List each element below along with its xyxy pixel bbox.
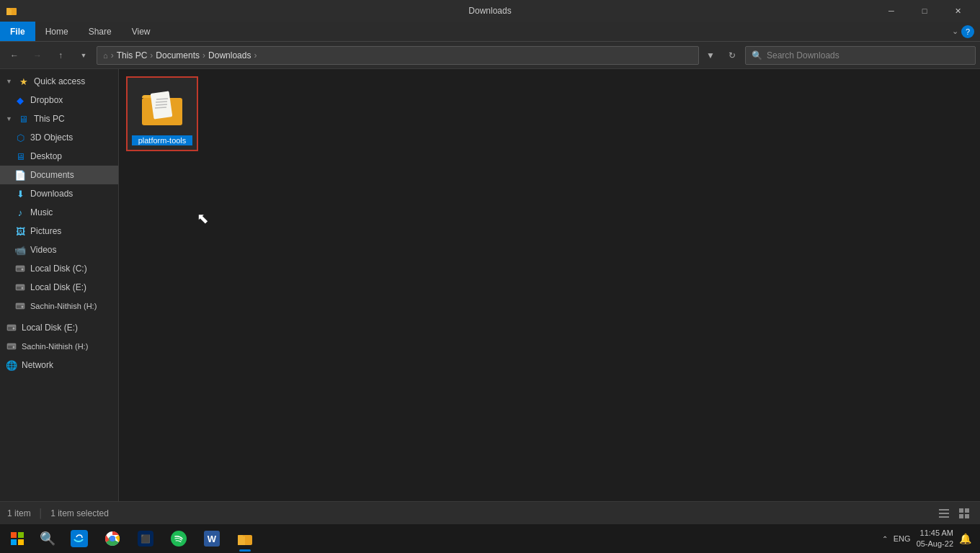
back-button[interactable]: ← [4,46,24,65]
sidebar-item-dropbox[interactable]: ◆ Dropbox [0,91,118,109]
details-view-button[interactable] [935,505,953,522]
svg-rect-1 [6,9,12,15]
search-icon: 🔍 [752,50,762,60]
ribbon-tab-home[interactable]: Home [35,22,79,41]
status-bar: 1 item │ 1 item selected [0,501,980,524]
sidebar-label: Desktop [30,151,62,161]
svg-line-23 [156,104,167,105]
sidebar-label: This PC [34,114,65,124]
sidebar-item-documents[interactable]: 📄 Documents [0,166,118,184]
svg-rect-35 [18,539,24,545]
taskbar-app-terminal[interactable]: ⬛ [130,524,161,553]
svg-rect-41 [238,535,243,537]
sidebar-item-pictures[interactable]: 🖼 Pictures [0,222,118,240]
sidebar-item-music[interactable]: ♪ Music [0,203,118,222]
ribbon-help-button[interactable]: ? [961,25,974,38]
svg-rect-28 [959,508,963,513]
notification-center-button[interactable]: 🔔 [959,533,971,544]
sidebar-item-network[interactable]: 🌐 Network [0,356,118,374]
content-area[interactable]: platform-tools ⬉ [119,69,980,530]
svg-rect-25 [939,509,949,511]
svg-rect-29 [965,508,969,513]
expand-arrow-icon: ▼ [6,115,12,122]
title-bar: Downloads ─ □ ✕ [0,0,980,22]
taskbar-search-button[interactable]: 🔍 [33,524,62,553]
sidebar-item-this-pc[interactable]: ▼ 🖥 This PC [0,109,118,128]
pictures-icon: 🖼 [14,225,26,237]
svg-line-21 [156,99,168,99]
taskbar-app-edge[interactable] [63,524,95,553]
sidebar-label: Videos [30,245,56,255]
folder-item-platform-tools[interactable]: platform-tools [126,76,198,151]
language-indicator[interactable]: ENG [894,534,911,543]
minimize-button[interactable]: ─ [875,0,908,22]
refresh-button[interactable]: ↻ [722,46,742,65]
ribbon-tab-share[interactable]: Share [79,22,122,41]
large-icons-view-button[interactable] [956,505,973,522]
svg-point-38 [110,536,115,541]
system-tray-expand[interactable]: ⌃ [882,535,888,543]
search-box[interactable]: 🔍 [745,46,976,65]
sidebar-label: 3D Objects [30,132,73,143]
svg-rect-32 [11,532,17,538]
taskbar-app-word[interactable]: W [196,524,228,553]
view-controls [935,505,973,522]
path-this-pc[interactable]: This PC [117,50,148,60]
network-icon: 🌐 [6,359,17,371]
close-button[interactable]: ✕ [941,0,974,22]
address-bar: ← → ↑ ▼ ⌂ › This PC › Documents › Downlo… [0,42,980,69]
ribbon-collapse-button[interactable]: ⌄ [952,27,958,36]
sidebar-label: Quick access [34,76,85,86]
disk-icon [6,341,17,352]
address-path[interactable]: ⌂ › This PC › Documents › Downloads › [97,46,699,65]
sidebar-label: Music [30,207,53,217]
sidebar-item-quick-access[interactable]: ▼ ★ Quick access [0,72,118,91]
folder-name-label[interactable]: platform-tools [132,135,192,145]
search-input[interactable] [767,50,969,60]
maximize-button[interactable]: □ [908,0,941,22]
downloads-icon: ⬇ [14,188,26,199]
path-home-icon: ⌂ [103,51,108,60]
svg-rect-27 [939,516,949,518]
disk-icon [6,322,17,333]
taskbar-app-chrome[interactable] [97,524,128,553]
up-button[interactable]: ↑ [50,46,71,65]
ribbon-tab-file[interactable]: File [0,22,35,41]
taskbar-app-spotify[interactable] [163,524,195,553]
sidebar-item-downloads[interactable]: ⬇ Downloads [0,184,118,203]
path-documents[interactable]: Documents [156,50,200,60]
sidebar-label: Dropbox [30,95,63,105]
sidebar-item-local-disk-e2[interactable]: Local Disk (E:) [0,318,118,337]
taskbar-app-explorer[interactable] [229,524,261,553]
svg-rect-2 [6,8,10,9]
system-clock[interactable]: 11:45 AM 05-Aug-22 [917,528,953,550]
sidebar-item-local-disk-e[interactable]: Local Disk (E:) [0,278,118,297]
desktop-icon: 🖥 [14,150,26,162]
title-bar-icons [6,5,17,17]
sidebar-label: Network [22,360,53,370]
recent-locations-button[interactable]: ▼ [74,46,94,65]
forward-button[interactable]: → [27,46,48,65]
sidebar-item-desktop[interactable]: 🖥 Desktop [0,147,118,166]
sidebar-label: Local Disk (E:) [22,323,78,333]
svg-point-5 [22,269,24,271]
svg-line-24 [155,107,166,108]
svg-point-8 [22,287,24,289]
music-icon: ♪ [14,207,26,218]
sidebar-item-sachin-h[interactable]: Sachin-Nithish (H:) [0,297,118,315]
window-title: Downloads [468,6,511,16]
start-button[interactable] [3,524,32,553]
svg-rect-30 [959,514,963,518]
address-dropdown-button[interactable]: ▼ [702,46,719,65]
ribbon-tab-view[interactable]: View [122,22,161,41]
sidebar-item-3d-objects[interactable]: ⬡ 3D Objects [0,128,118,147]
svg-point-17 [13,346,15,349]
computer-icon: 🖥 [18,113,30,125]
app-icon [6,5,17,17]
sidebar-item-local-disk-c[interactable]: Local Disk (C:) [0,259,118,278]
sidebar-item-videos[interactable]: 📹 Videos [0,240,118,259]
path-downloads[interactable]: Downloads [208,50,251,60]
sidebar-item-sachin-h2[interactable]: Sachin-Nithish (H:) [0,337,118,356]
disk-icon [14,282,26,293]
sidebar: ▼ ★ Quick access ◆ Dropbox ▼ 🖥 This PC ⬡… [0,69,119,530]
